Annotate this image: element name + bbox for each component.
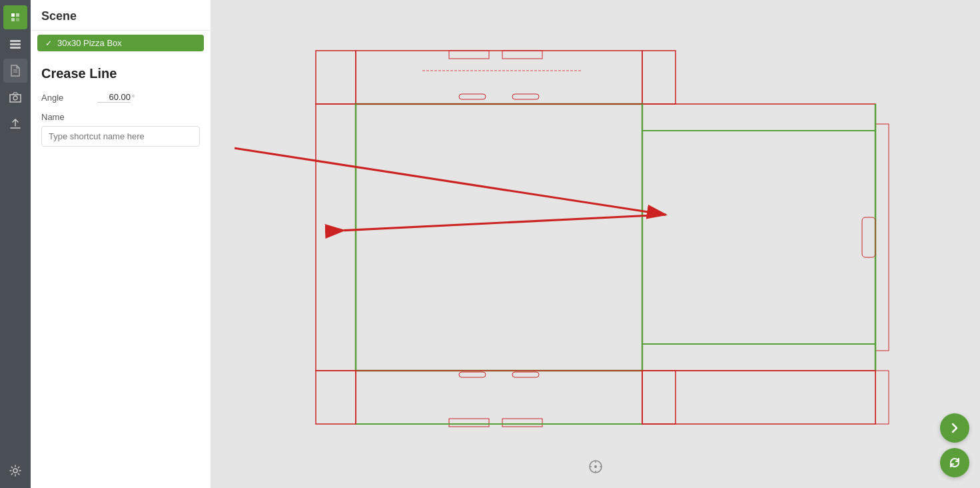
camera-icon[interactable] — [3, 85, 27, 109]
svg-rect-23 — [875, 124, 889, 351]
layers-icon[interactable] — [3, 32, 27, 56]
scene-item-wrapper: ✓ 30x30 Pizza Box — [31, 31, 211, 55]
bottom-right-buttons — [940, 413, 969, 477]
svg-rect-12 — [356, 51, 642, 104]
svg-rect-13 — [449, 51, 489, 59]
svg-rect-41 — [459, 372, 486, 377]
svg-rect-6 — [10, 43, 21, 45]
svg-rect-16 — [642, 51, 676, 104]
svg-rect-42 — [512, 372, 539, 377]
box-diagram — [296, 31, 895, 457]
zoom-icon[interactable] — [588, 459, 603, 477]
svg-rect-7 — [10, 47, 21, 49]
svg-rect-1 — [11, 13, 15, 17]
name-input[interactable] — [41, 126, 200, 147]
scene-item[interactable]: ✓ 30x30 Pizza Box — [37, 35, 204, 51]
angle-label: Angle — [41, 93, 95, 103]
svg-rect-21 — [316, 104, 356, 371]
logo-icon[interactable] — [3, 5, 27, 29]
svg-rect-20 — [356, 104, 642, 371]
refresh-button[interactable] — [940, 448, 969, 477]
checkmark-icon: ✓ — [45, 39, 52, 48]
svg-rect-32 — [502, 419, 542, 427]
svg-point-11 — [13, 469, 17, 473]
settings-icon[interactable] — [3, 459, 27, 483]
svg-rect-31 — [449, 419, 489, 427]
svg-rect-37 — [875, 371, 889, 424]
properties-panel: Crease Line Angle 60.00 ° Name — [31, 55, 211, 488]
upload-icon[interactable] — [3, 112, 27, 136]
next-button[interactable] — [940, 413, 969, 443]
scene-item-label: 30x30 Pizza Box — [57, 38, 122, 48]
toolbar — [0, 0, 31, 488]
svg-rect-4 — [16, 18, 19, 21]
svg-rect-3 — [11, 18, 15, 21]
angle-row: Angle 60.00 ° — [41, 92, 200, 103]
svg-rect-14 — [502, 51, 542, 59]
angle-unit: ° — [132, 93, 135, 101]
name-section: Name — [41, 112, 200, 147]
svg-rect-34 — [316, 371, 356, 424]
svg-rect-40 — [512, 94, 539, 99]
name-label: Name — [41, 112, 200, 122]
sidebar: Scene ✓ 30x30 Pizza Box Crease Line Angl… — [31, 0, 211, 488]
svg-rect-15 — [316, 51, 356, 104]
svg-rect-36 — [642, 371, 875, 424]
angle-value[interactable]: 60.00 — [97, 92, 131, 103]
svg-point-49 — [594, 465, 597, 468]
svg-rect-2 — [16, 13, 19, 17]
svg-point-10 — [13, 96, 17, 100]
canvas-area — [211, 0, 980, 488]
file-icon[interactable] — [3, 59, 27, 83]
svg-rect-22 — [642, 104, 875, 371]
svg-rect-5 — [10, 40, 21, 42]
svg-rect-30 — [356, 371, 642, 424]
svg-rect-35 — [642, 371, 676, 424]
svg-rect-0 — [9, 11, 22, 24]
sidebar-title: Scene — [31, 0, 211, 31]
svg-rect-43 — [862, 217, 875, 257]
properties-title: Crease Line — [41, 66, 200, 81]
svg-rect-39 — [459, 94, 486, 99]
